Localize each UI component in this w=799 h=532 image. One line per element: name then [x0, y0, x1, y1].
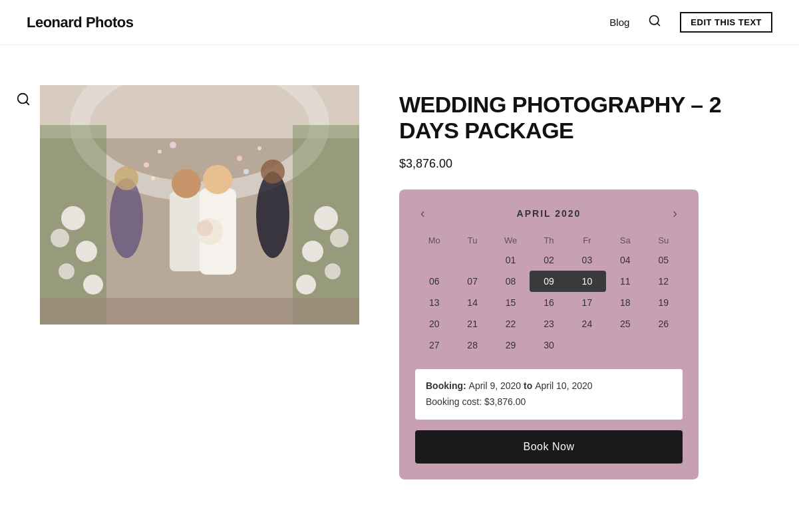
- svg-point-22: [261, 160, 285, 184]
- calendar-day[interactable]: 22: [492, 313, 530, 334]
- calendar-day[interactable]: 26: [645, 313, 683, 334]
- calendar-day[interactable]: 15: [492, 292, 530, 313]
- calendar-day[interactable]: 16: [530, 292, 567, 313]
- svg-point-24: [172, 169, 201, 198]
- product-image-container: [40, 85, 359, 325]
- calendar-day[interactable]: 28: [453, 334, 491, 356]
- calendar-day[interactable]: 25: [606, 313, 644, 334]
- search-icon[interactable]: [648, 14, 661, 31]
- calendar-weekday: Tu: [453, 231, 491, 249]
- calendar-day[interactable]: 03: [568, 249, 606, 271]
- svg-point-20: [114, 166, 138, 190]
- calendar-day[interactable]: 05: [645, 249, 683, 271]
- booking-cost-line: Booking cost: $3,876.00: [426, 394, 672, 410]
- calendar-day[interactable]: 14: [453, 292, 491, 313]
- zoom-icon[interactable]: [16, 92, 31, 110]
- svg-point-35: [151, 176, 155, 180]
- calendar-day[interactable]: 12: [645, 271, 683, 292]
- svg-point-32: [257, 146, 261, 150]
- svg-line-3: [26, 102, 29, 104]
- svg-point-12: [59, 263, 75, 279]
- calendar-table: MoTuWeThFrSaSu 0102030405060708091011121…: [415, 231, 683, 356]
- calendar-day[interactable]: 07: [453, 271, 491, 292]
- calendar-day[interactable]: 30: [530, 334, 567, 356]
- svg-point-14: [314, 206, 338, 230]
- calendar-day: [645, 334, 683, 356]
- svg-point-34: [243, 169, 249, 174]
- calendar-weekday: Th: [530, 231, 567, 249]
- calendar-prev-button[interactable]: ‹: [415, 205, 430, 221]
- calendar-weekdays: MoTuWeThFrSaSu: [415, 231, 683, 249]
- svg-point-33: [170, 142, 176, 148]
- main-content: WEDDING PHOTOGRAPHY – 2 DAYS PACKAGE $3,…: [0, 45, 799, 519]
- calendar-day[interactable]: 21: [453, 313, 491, 334]
- calendar-day[interactable]: 11: [606, 271, 644, 292]
- calendar-day[interactable]: 18: [606, 292, 644, 313]
- calendar-day[interactable]: 01: [492, 249, 530, 271]
- blog-link[interactable]: Blog: [609, 17, 629, 28]
- calendar-week-row: 0102030405: [415, 249, 683, 271]
- svg-point-10: [51, 229, 69, 247]
- calendar-day: [453, 249, 491, 271]
- calendar-widget: ‹ APRIL 2020 › MoTuWeThFrSaSu 0102030405…: [399, 190, 699, 479]
- booking-info-box: Booking: April 9, 2020 to April 10, 2020…: [415, 369, 683, 420]
- calendar-week-row: 20212223242526: [415, 313, 683, 334]
- calendar-day[interactable]: 29: [492, 334, 530, 356]
- calendar-week-row: 13141516171819: [415, 292, 683, 313]
- svg-point-9: [61, 206, 85, 230]
- calendar-day[interactable]: 17: [568, 292, 606, 313]
- svg-point-21: [256, 172, 289, 258]
- calendar-day[interactable]: 09: [530, 271, 567, 292]
- site-header: Leonard Photos Blog EDIT THIS TEXT: [0, 0, 799, 45]
- calendar-day: [606, 334, 644, 356]
- svg-point-17: [325, 263, 341, 279]
- booking-dates-line: Booking: April 9, 2020 to April 10, 2020: [426, 378, 672, 394]
- calendar-day[interactable]: 10: [568, 271, 606, 292]
- calendar-weekday: Mo: [415, 231, 453, 249]
- header-nav: Blog EDIT THIS TEXT: [609, 12, 772, 33]
- svg-point-28: [197, 220, 213, 236]
- calendar-day[interactable]: 24: [568, 313, 606, 334]
- product-price: $3,876.00: [399, 157, 759, 171]
- product-image: [40, 85, 359, 325]
- calendar-day[interactable]: 27: [415, 334, 453, 356]
- calendar-header: ‹ APRIL 2020 ›: [415, 205, 683, 221]
- book-now-button[interactable]: Book Now: [415, 430, 683, 464]
- calendar-day[interactable]: 13: [415, 292, 453, 313]
- calendar-next-button[interactable]: ›: [667, 205, 683, 221]
- booking-label: Booking:: [426, 380, 469, 391]
- calendar-weekday: Fr: [568, 231, 606, 249]
- calendar-day[interactable]: 20: [415, 313, 453, 334]
- product-info: WEDDING PHOTOGRAPHY – 2 DAYS PACKAGE $3,…: [399, 85, 759, 479]
- calendar-day[interactable]: 06: [415, 271, 453, 292]
- calendar-month-year: APRIL 2020: [517, 208, 581, 219]
- calendar-weekday: Su: [645, 231, 683, 249]
- edit-text-button[interactable]: EDIT THIS TEXT: [680, 12, 772, 33]
- product-title: WEDDING PHOTOGRAPHY – 2 DAYS PACKAGE: [399, 92, 759, 144]
- svg-point-16: [302, 241, 323, 262]
- svg-point-13: [83, 275, 103, 295]
- calendar-week-row: 06070809101112: [415, 271, 683, 292]
- calendar-day: [568, 334, 606, 356]
- calendar-day[interactable]: 23: [530, 313, 567, 334]
- calendar-day[interactable]: 08: [492, 271, 530, 292]
- calendar-week-row: 27282930: [415, 334, 683, 356]
- site-logo[interactable]: Leonard Photos: [27, 14, 133, 31]
- svg-point-18: [296, 275, 316, 295]
- svg-rect-36: [40, 298, 359, 325]
- calendar-day[interactable]: 02: [530, 249, 567, 271]
- calendar-day[interactable]: 04: [606, 249, 644, 271]
- calendar-body: 0102030405060708091011121314151617181920…: [415, 249, 683, 356]
- svg-point-29: [144, 162, 149, 168]
- calendar-weekday: Sa: [606, 231, 644, 249]
- calendar-day: [415, 249, 453, 271]
- svg-point-30: [158, 150, 162, 154]
- svg-point-11: [76, 241, 97, 262]
- calendar-weekday: We: [492, 231, 530, 249]
- svg-point-15: [330, 229, 349, 247]
- svg-point-31: [237, 156, 242, 161]
- calendar-day[interactable]: 19: [645, 292, 683, 313]
- svg-line-1: [657, 23, 660, 26]
- svg-point-26: [203, 165, 232, 194]
